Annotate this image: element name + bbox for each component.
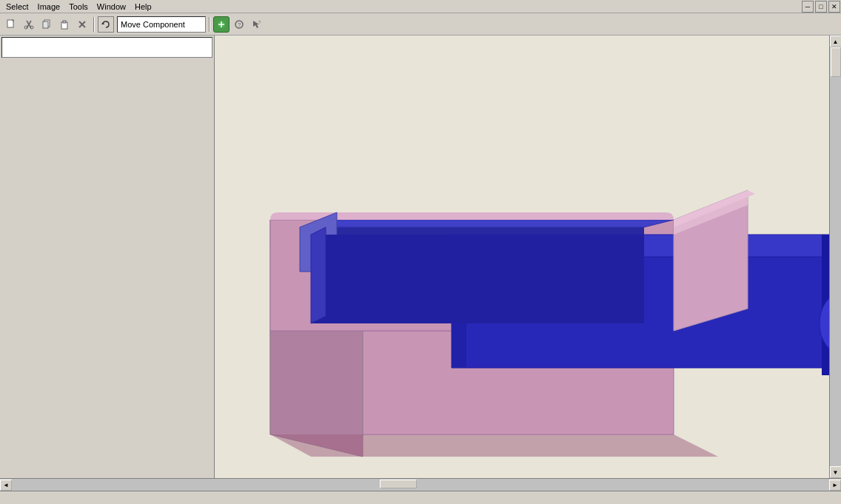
action-label-box: Move Component: [117, 16, 206, 33]
menu-select[interactable]: Select: [1, 1, 33, 12]
close-button[interactable]: ✕: [828, 1, 840, 13]
svg-marker-36: [311, 235, 644, 323]
scroll-track-horizontal[interactable]: [12, 479, 829, 491]
svg-rect-8: [63, 21, 66, 23]
3d-scene-svg: [215, 36, 829, 478]
maximize-button[interactable]: □: [815, 1, 827, 13]
help-button[interactable]: ?: [231, 16, 247, 33]
left-panel: [0, 36, 215, 478]
toolbar: Move Component ? ?: [0, 13, 841, 36]
pointer-help-button[interactable]: ?: [249, 16, 265, 33]
svg-text:?: ?: [238, 21, 241, 28]
svg-marker-32: [270, 434, 718, 457]
toolbar-separator-1: [93, 17, 95, 32]
paste-button[interactable]: [56, 16, 73, 33]
menu-image[interactable]: Image: [33, 1, 65, 12]
left-panel-input[interactable]: [1, 37, 212, 58]
scroll-down-button[interactable]: ▼: [830, 466, 842, 478]
scroll-left-button[interactable]: ◄: [0, 480, 12, 491]
scroll-track-vertical[interactable]: [830, 47, 841, 466]
menu-help[interactable]: Help: [130, 1, 156, 12]
action-label: Move Component: [121, 20, 185, 29]
svg-marker-30: [300, 220, 674, 227]
undo-button[interactable]: [98, 16, 114, 33]
menu-window[interactable]: Window: [93, 1, 130, 12]
toolbar-separator-2: [209, 17, 210, 32]
right-scrollbar[interactable]: ▲ ▼: [829, 36, 841, 478]
svg-text:?: ?: [258, 20, 261, 24]
svg-marker-37: [311, 227, 326, 323]
window-controls: ─ □ ✕: [801, 0, 841, 13]
bottom-scrollbar: ◄ ►: [0, 478, 841, 491]
minimize-button[interactable]: ─: [802, 1, 814, 13]
green-icon-button[interactable]: [213, 16, 229, 33]
scroll-right-button[interactable]: ►: [829, 480, 841, 491]
scroll-thumb-horizontal[interactable]: [380, 480, 417, 488]
menu-tools[interactable]: Tools: [64, 1, 93, 12]
delete-button[interactable]: [74, 16, 90, 33]
menubar: Select Image Tools Window Help ─ □ ✕: [0, 0, 841, 13]
statusbar: [0, 491, 841, 504]
scroll-thumb-vertical[interactable]: [831, 47, 841, 77]
copy-button[interactable]: [38, 16, 55, 33]
cut-button[interactable]: [21, 16, 37, 33]
3d-viewport[interactable]: [215, 36, 829, 478]
scroll-up-button[interactable]: ▲: [830, 36, 842, 47]
new-button[interactable]: [3, 16, 19, 33]
svg-rect-0: [7, 20, 13, 27]
svg-rect-6: [43, 21, 48, 28]
